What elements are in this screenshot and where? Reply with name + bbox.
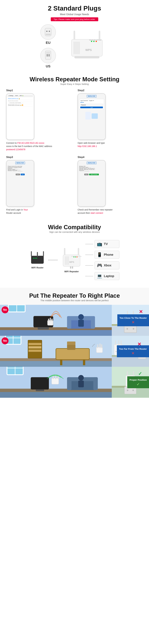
step4-screen: REPEATER Wireless Info Root Router Name:… bbox=[78, 160, 105, 206]
wifi-repeater-svg: Extender 5G 2.4G Power WPS bbox=[61, 247, 82, 269]
svg-text:✕: ✕ bbox=[139, 309, 143, 314]
svg-rect-132 bbox=[36, 390, 44, 391]
placement-row-3: WPS ✓ Proper Position ✓ bbox=[0, 367, 149, 398]
us-plug-item: US bbox=[40, 48, 56, 68]
placement-label-3: Proper Position ✓ bbox=[127, 376, 149, 388]
wifi-repeater-label: WiFi Repeater bbox=[64, 270, 79, 273]
svg-rect-3 bbox=[46, 34, 50, 35]
plug-types: EU US bbox=[40, 24, 56, 68]
wifi-router-label: WiFi Router bbox=[31, 266, 44, 269]
step4-buttons: Back Start Connect bbox=[84, 174, 99, 175]
svg-rect-38 bbox=[67, 256, 68, 265]
svg-rect-98 bbox=[60, 360, 62, 365]
step2-url: http://192.168.188.1 bbox=[78, 145, 97, 148]
svg-rect-28 bbox=[37, 252, 38, 257]
svg-rect-13 bbox=[76, 42, 76, 54]
steps-grid: Step1 < Settings Wi-Fi 93% 🔋 FW-AC1200-5… bbox=[6, 89, 143, 215]
no-badge-1: No bbox=[2, 306, 9, 313]
step1-choose: — CHOOSE A NETWORK... — bbox=[8, 102, 33, 104]
step1-entry2: Security Recommended bbox=[8, 100, 33, 102]
svg-point-2 bbox=[49, 31, 50, 32]
svg-rect-96 bbox=[29, 350, 41, 352]
step2-form: Login Password English ▼ admin Password … bbox=[79, 99, 104, 109]
section-place: Put The Repeater To Right Place The midd… bbox=[0, 288, 149, 398]
step1-desc: Connect to FW-AC1200-5G/2.4G-xxxxx xxxxx… bbox=[6, 142, 71, 151]
svg-rect-135 bbox=[67, 377, 72, 390]
svg-rect-63 bbox=[91, 316, 95, 329]
router-svg: Extender 5G 2.4G Power WPS bbox=[65, 29, 109, 63]
section-plugs: 2 Standard Plugs Meet Global Usage Needs… bbox=[0, 0, 149, 72]
step2-field: Password bbox=[80, 104, 103, 106]
repeater-title: Wireless Repeater Mode Setting bbox=[6, 76, 143, 83]
svg-rect-24 bbox=[92, 113, 98, 119]
placement-text-2: Too Far From The Router bbox=[119, 347, 147, 350]
step2-screen: REPEATER Login Password English ▼ admin … bbox=[78, 94, 105, 140]
svg-point-30 bbox=[35, 258, 36, 259]
svg-point-17 bbox=[91, 41, 92, 42]
step2-label: Step2 bbox=[78, 89, 143, 92]
step3-next-btn: Next bbox=[21, 174, 25, 175]
x-mark-2: ✕ bbox=[119, 351, 147, 356]
svg-rect-65 bbox=[78, 320, 84, 327]
svg-rect-131 bbox=[31, 377, 49, 390]
svg-rect-68 bbox=[50, 318, 51, 322]
dashed-line-svg-left bbox=[48, 259, 58, 261]
svg-rect-36 bbox=[65, 256, 66, 265]
compat-content: WiFi Router bbox=[6, 237, 143, 283]
wifi-router-svg bbox=[30, 251, 45, 265]
scene-row2-left: No bbox=[0, 336, 112, 367]
step2-illustration bbox=[84, 110, 99, 120]
placement-label-2: Too Far From The Router ✕ bbox=[117, 346, 149, 357]
us-plug-svg bbox=[42, 50, 54, 62]
svg-rect-15 bbox=[78, 42, 79, 54]
svg-rect-22 bbox=[75, 56, 99, 58]
dashed-line-xbox bbox=[86, 265, 93, 266]
dashed-line-tv bbox=[86, 243, 93, 245]
step2-desc: Open web browser and type http://192.168… bbox=[78, 142, 143, 148]
dashed-line-laptop bbox=[86, 276, 93, 277]
tips-bar: Tips: Please make sure your plug before … bbox=[51, 17, 98, 21]
svg-text:WPS: WPS bbox=[69, 261, 74, 263]
placement-row-2: No WPS bbox=[0, 336, 149, 367]
svg-rect-127 bbox=[0, 392, 112, 398]
plugs-title: 2 Standard Plugs bbox=[3, 5, 146, 12]
step3-buttons: Back Next bbox=[16, 174, 25, 175]
svg-rect-138 bbox=[78, 380, 84, 387]
scene-row2-right: WPS ✕ Too Far From The Router ✕ bbox=[112, 336, 149, 367]
placement-label-1: Too Close To The Router ✕ bbox=[117, 314, 149, 326]
svg-point-29 bbox=[33, 258, 34, 259]
step3-item: Step3 REPEATER Please choose the router … bbox=[6, 156, 71, 215]
svg-rect-113 bbox=[115, 340, 116, 345]
svg-rect-99 bbox=[83, 360, 85, 365]
phone-connection: 📱 Phone bbox=[86, 251, 119, 259]
svg-rect-37 bbox=[66, 256, 67, 265]
svg-text:Extender  5G  2.4G  Power: Extender 5G 2.4G Power bbox=[89, 40, 101, 40]
step2-phone: REPEATER Login Password English ▼ admin … bbox=[78, 94, 105, 140]
svg-rect-46 bbox=[72, 266, 73, 268]
xbox-icon: 🎮 bbox=[97, 263, 102, 268]
svg-point-137 bbox=[78, 375, 84, 380]
svg-text:✓: ✓ bbox=[138, 371, 142, 376]
scene-svg-row3-left bbox=[0, 367, 112, 398]
step1-screen: < Settings Wi-Fi 93% 🔋 FW-AC1200-5G-xxxx… bbox=[7, 94, 34, 140]
svg-rect-150 bbox=[127, 371, 128, 376]
svg-rect-11 bbox=[74, 42, 74, 54]
x-mark-1: ✕ bbox=[119, 320, 147, 324]
tv-label: TV bbox=[104, 242, 108, 246]
step3-phone: REPEATER Please choose the router key/pa… bbox=[6, 160, 34, 206]
svg-rect-106 bbox=[99, 344, 101, 348]
scene-row3-left bbox=[0, 367, 112, 398]
place-subtitle: The middle position between the router a… bbox=[0, 299, 149, 302]
svg-rect-115 bbox=[121, 340, 121, 345]
step1-red1: FW-AC1200-5G/2.4G-xxxxx bbox=[17, 142, 44, 144]
step2-logo: REPEATER bbox=[87, 95, 96, 98]
check-mark-3: ✓ bbox=[129, 382, 147, 386]
step4-logo: REPEATER bbox=[87, 162, 96, 164]
laptop-icon: 💻 bbox=[97, 274, 102, 279]
step4-phone: REPEATER Wireless Info Root Router Name:… bbox=[78, 160, 105, 206]
repeater-subtitle: Super Easy 4 Steps Setting bbox=[6, 83, 143, 85]
placement-row-1: No WPS bbox=[0, 305, 149, 336]
svg-rect-9 bbox=[99, 31, 100, 40]
tv-icon: 📺 bbox=[97, 242, 102, 246]
laptop-box: 💻 Laptop bbox=[94, 272, 119, 280]
